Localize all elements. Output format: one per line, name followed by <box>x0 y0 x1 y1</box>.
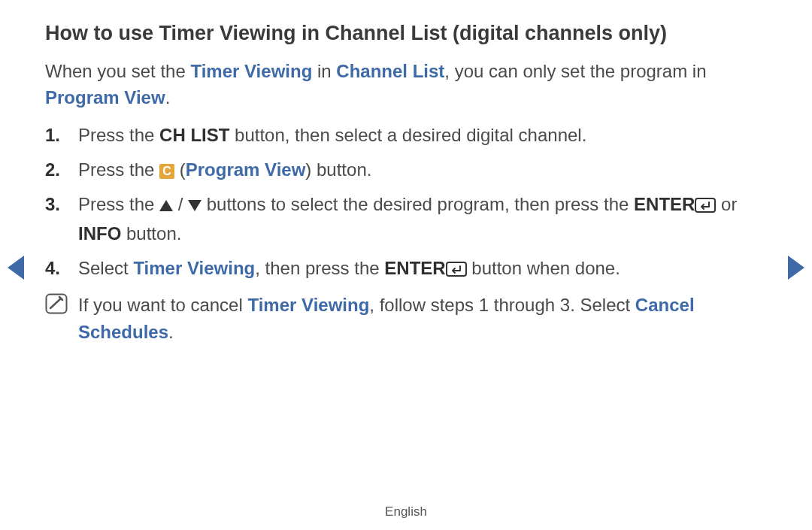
step-number: 1. <box>45 122 60 149</box>
step-2: 2. Press the C (Program View) button. <box>45 156 767 183</box>
step-text: Press the <box>78 194 159 214</box>
step-number: 3. <box>45 191 60 218</box>
step-text: Press the <box>78 125 159 145</box>
keyword-program-view: Program View <box>186 159 306 180</box>
intro-text: . <box>165 87 171 108</box>
arrow-up-icon <box>159 200 173 211</box>
language-label: English <box>0 504 812 519</box>
note-icon <box>45 293 68 322</box>
step-text: button when done. <box>467 258 620 278</box>
keyword-program-view: Program View <box>45 87 165 108</box>
step-text: / <box>173 194 188 214</box>
step-number: 4. <box>45 255 60 282</box>
intro-text: When you set the <box>45 61 190 81</box>
button-label-ch-list: CH LIST <box>159 125 229 145</box>
svg-rect-1 <box>447 262 466 276</box>
step-1: 1. Press the CH LIST button, then select… <box>45 122 767 149</box>
step-4: 4. Select Timer Viewing, then press the … <box>45 255 767 284</box>
keyword-channel-list: Channel List <box>336 61 444 81</box>
svg-rect-0 <box>695 198 715 212</box>
prev-page-arrow[interactable] <box>8 256 24 280</box>
note-text: . <box>168 322 174 342</box>
note-text: If you want to cancel <box>78 295 247 315</box>
intro-text: , you can only set the program in <box>444 61 706 81</box>
page-title: How to use Timer Viewing in Channel List… <box>45 21 767 45</box>
keyword-timer-viewing: Timer Viewing <box>133 258 255 278</box>
keyword-timer-viewing: Timer Viewing <box>190 61 312 81</box>
step-text: button. <box>121 223 181 244</box>
step-3: 3. Press the / buttons to select the des… <box>45 191 767 247</box>
keyword-timer-viewing: Timer Viewing <box>247 295 369 315</box>
step-text: Press the <box>78 159 159 180</box>
step-text: ( <box>174 159 186 180</box>
manual-page: How to use Timer Viewing in Channel List… <box>45 21 767 346</box>
intro-text: in <box>312 61 336 81</box>
steps-list: 1. Press the CH LIST button, then select… <box>45 122 767 284</box>
step-number: 2. <box>45 156 60 183</box>
step-text: button, then select a desired digital ch… <box>229 125 586 145</box>
arrow-down-icon <box>188 200 201 211</box>
enter-icon <box>446 257 467 284</box>
step-text: , then press the <box>255 258 384 278</box>
button-label-info: INFO <box>78 223 121 244</box>
button-label-enter: ENTER <box>634 194 695 214</box>
step-text: buttons to select the desired program, t… <box>201 194 634 214</box>
note-text: , follow steps 1 through 3. Select <box>369 295 635 315</box>
intro-paragraph: When you set the Timer Viewing in Channe… <box>45 59 767 111</box>
enter-icon <box>695 193 716 220</box>
step-text: Select <box>78 258 133 278</box>
step-text: or <box>716 194 737 214</box>
button-label-enter: ENTER <box>384 258 445 278</box>
color-button-c-icon: C <box>159 164 174 179</box>
note-paragraph: If you want to cancel Timer Viewing, fol… <box>45 292 767 346</box>
next-page-arrow[interactable] <box>788 256 804 280</box>
step-text: ) button. <box>305 159 371 180</box>
